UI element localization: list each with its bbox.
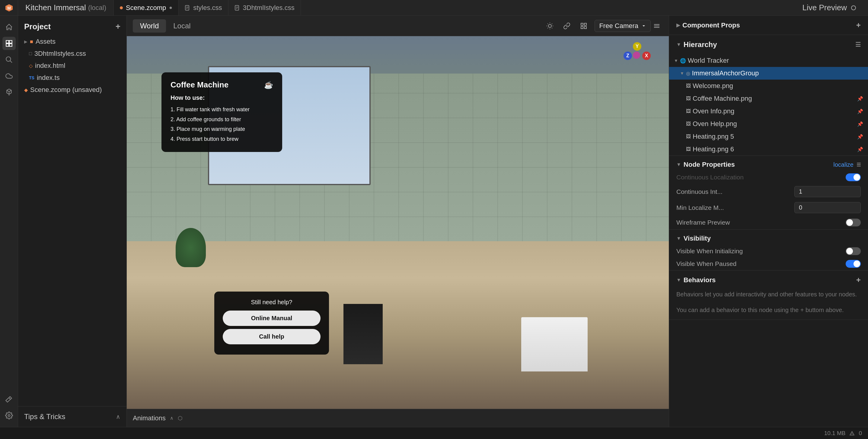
visibility-section: ▼ Visibility Visible When Initializing V…	[669, 230, 868, 270]
oven-help-pin-icon: 📌	[857, 121, 863, 127]
coffee-machine-obj	[343, 304, 383, 364]
sidebar-icon-home[interactable]	[2, 21, 16, 34]
localize-button[interactable]: localize	[833, 161, 854, 168]
visible-when-initializing-toggle[interactable]	[846, 247, 861, 255]
hierarchy-label: Hierarchy	[684, 40, 717, 49]
component-props-header: ▶ Component Props +	[669, 16, 868, 35]
file-icon-ts: TS	[29, 75, 34, 80]
sidebar-icon-search[interactable]	[2, 53, 16, 66]
kitchen-plant	[176, 228, 206, 267]
sidebar-icon-settings[interactable]	[2, 409, 16, 422]
file-item-indexhtml[interactable]: ◇ index.html	[18, 60, 126, 72]
file-item-indexts[interactable]: TS index.ts	[18, 72, 126, 84]
file-tree: ▶ ■ Assets □ 3DhtmlIstyles.css ◇ index.h…	[18, 34, 126, 406]
step-1: 1. Fill water tank with fresh water	[170, 105, 273, 114]
coffee-cup-icon: ☕	[264, 81, 273, 89]
coffee-machine-label: Coffee Machine.png	[693, 95, 752, 103]
call-help-button[interactable]: Call help	[223, 329, 320, 344]
toolbar-tab-world[interactable]: World	[133, 19, 166, 33]
viewport[interactable]: Y X Z Coffee Machine ☕ How to use: 1. Fi…	[127, 36, 669, 409]
toolbar-menu-btn[interactable]	[651, 20, 663, 32]
svg-rect-11	[9, 40, 12, 43]
file-panel-add-button[interactable]: +	[116, 22, 120, 31]
toolbar-icons	[544, 20, 590, 32]
hierarchy-item-oven-info[interactable]: 🖼 Oven Info.png 📌	[669, 105, 868, 117]
tab-scene[interactable]: Scene.zcomp ●	[114, 0, 179, 15]
heating6-label: Heating.png 6	[693, 145, 734, 153]
node-props-expand-icon[interactable]: ▼	[676, 162, 681, 167]
animations-bar: Animations ∧ ⬡	[127, 409, 669, 427]
continuous-localization-toggle[interactable]	[846, 173, 861, 181]
min-localize-input[interactable]	[794, 202, 861, 213]
hierarchy-item-coffee-machine[interactable]: 🖼 Coffee Machine.png 📌	[669, 92, 868, 105]
behaviors-expand-icon[interactable]: ▼	[676, 277, 681, 283]
behaviors-add-button[interactable]: +	[856, 275, 861, 284]
coffee-machine-pin-icon: 📌	[857, 96, 863, 102]
sidebar-icon-magic[interactable]	[2, 393, 16, 406]
hierarchy-item-oven-help[interactable]: 🖼 Oven Help.png 📌	[669, 117, 868, 130]
coffee-image-icon: 🖼	[686, 96, 691, 101]
visible-when-paused-label: Visible When Paused	[676, 260, 843, 267]
continuous-int-row: Continuous Int...	[669, 183, 868, 200]
hierarchy-item-immersal-group[interactable]: ▼ ◎ ImmersalAnchorGroup	[669, 67, 868, 79]
online-manual-button[interactable]: Online Manual	[223, 310, 320, 326]
hamburger-icon	[653, 23, 660, 29]
toaster	[521, 317, 588, 371]
ar-overlay-help: Still need help? Online Manual Call help	[214, 292, 329, 354]
oven-help-label: Oven Help.png	[693, 120, 737, 128]
sidebar-icon-files[interactable]	[2, 37, 16, 50]
step-2: 2. Add coffee grounds to filter	[170, 115, 273, 124]
visible-when-initializing-knob	[846, 248, 853, 255]
hierarchy-item-heating6[interactable]: 🖼 Heating.png 6 📌	[669, 143, 868, 156]
hierarchy-item-heating5[interactable]: 🖼 Heating.png 5 📌	[669, 130, 868, 143]
component-props-expand-icon[interactable]: ▶	[676, 22, 680, 28]
animations-expand-icon[interactable]: ∧	[170, 415, 174, 421]
visibility-expand-icon[interactable]: ▼	[676, 236, 681, 241]
file-item-assets[interactable]: ▶ ■ Assets	[18, 36, 126, 48]
toolbar-tab-local[interactable]: Local	[166, 19, 198, 33]
svg-line-29	[552, 24, 552, 24]
component-props-add-button[interactable]: +	[856, 21, 861, 30]
svg-rect-32	[581, 27, 583, 29]
tips-bar[interactable]: Tips & Tricks ∧	[18, 406, 126, 427]
visible-when-paused-knob	[854, 261, 860, 267]
world-tracker-expand-icon: ▼	[674, 58, 678, 63]
svg-point-14	[6, 57, 10, 61]
ar-overlay-coffee: Coffee Machine ☕ How to use: 1. Fill wat…	[161, 72, 282, 152]
sidebar-icon-cloud[interactable]	[2, 69, 16, 82]
continuous-localization-row: Continuous Localization	[669, 171, 868, 183]
oven-help-image-icon: 🖼	[686, 121, 691, 127]
tab-3dhtmlstyles[interactable]: 3DhtmlIstyles.css	[228, 0, 301, 15]
svg-rect-35	[654, 26, 659, 26]
immersal-target-icon: ◎	[686, 71, 690, 76]
file-item-3dhtmlstyles[interactable]: □ 3DhtmlIstyles.css	[18, 48, 126, 60]
hierarchy-item-world-tracker[interactable]: ▼ 🌐 World Tracker	[669, 54, 868, 67]
tab-styles[interactable]: styles.css	[179, 0, 228, 15]
continuous-localization-label: Continuous Localization	[676, 174, 846, 181]
file-icon-html: ◇	[29, 63, 33, 69]
visible-when-paused-row: Visible When Paused	[669, 258, 868, 270]
visible-when-paused-toggle[interactable]	[846, 260, 861, 268]
continuous-int-input[interactable]	[794, 186, 861, 197]
file-item-scene[interactable]: ◆ Scene.zcomp (unsaved)	[18, 84, 126, 96]
svg-rect-13	[9, 44, 12, 46]
hierarchy-item-welcome[interactable]: 🖼 Welcome.png	[669, 79, 868, 92]
sidebar-icon-components[interactable]	[2, 86, 16, 99]
gizmo-x-axis: X	[642, 52, 651, 60]
hierarchy-expand-icon[interactable]: ▼	[676, 42, 681, 47]
oven-info-pin-icon: 📌	[857, 108, 863, 114]
camera-select[interactable]: Free Camera	[595, 20, 651, 32]
node-props-menu-icon[interactable]: ☰	[857, 162, 861, 168]
hierarchy-menu-icon[interactable]: ☰	[855, 41, 861, 48]
file-panel-header: Project +	[18, 16, 126, 34]
status-bar: 10.1 MB 0	[0, 427, 868, 439]
grid-icon-btn[interactable]	[578, 20, 590, 32]
wireframe-preview-toggle[interactable]	[846, 218, 861, 227]
link-icon-btn[interactable]	[561, 20, 573, 32]
sun-icon-btn[interactable]	[544, 20, 556, 32]
live-preview-area[interactable]: Live Preview	[790, 3, 868, 12]
node-properties-section: ▼ Node Properties localize ☰ Continuous …	[669, 156, 868, 230]
svg-line-24	[548, 24, 548, 24]
file-panel-title: Project	[24, 22, 51, 31]
animations-popout-icon[interactable]: ⬡	[178, 415, 183, 421]
